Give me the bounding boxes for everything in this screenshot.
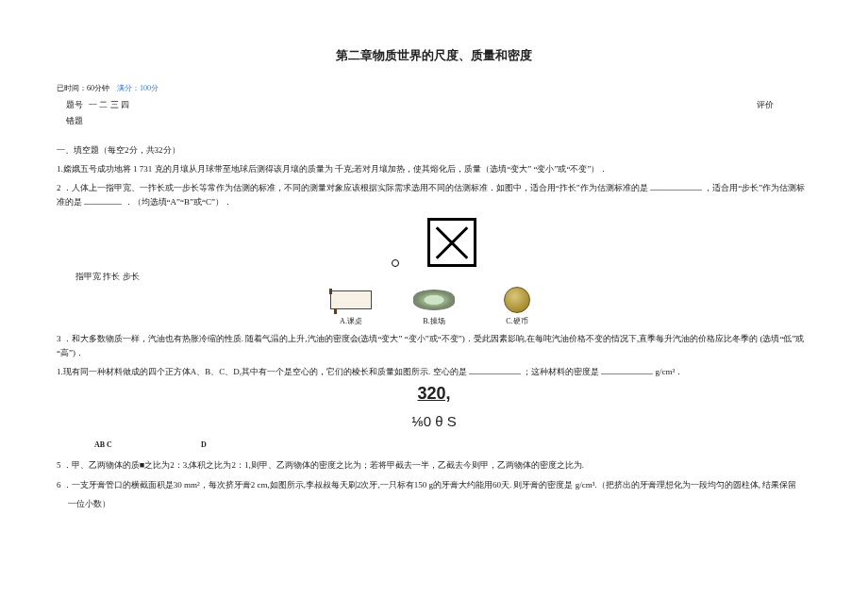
figure-row-1 xyxy=(57,218,811,267)
image-captions: A.课桌 B.操场 C.硬币 xyxy=(57,316,811,326)
score-value: 100分 xyxy=(140,84,159,92)
q4-part-a: 1.现有同一种材料做成的四个正方体A、B、C、D,其中有一个是空心的，它们的棱长… xyxy=(57,367,467,376)
tihao-items: 一 二 三 四 xyxy=(89,99,129,111)
meta-line: 已时间：60分钟 满分：100分 xyxy=(57,83,811,93)
circle-icon xyxy=(392,259,399,267)
caption-b: B.操场 xyxy=(411,316,457,326)
blank xyxy=(84,195,122,205)
abcd-left: AB C xyxy=(94,440,112,449)
question-2: 2 ．人体上一指甲宽、一拃长或一步长等常作为估测的标准，不同的测量对象应该根据实… xyxy=(57,181,811,208)
q2-measure-labels: 指甲宽 拃长 步长 xyxy=(75,271,811,283)
pingjia-label: 评价 xyxy=(757,99,774,111)
q4-part-c: g/cm³． xyxy=(656,367,684,376)
blank xyxy=(601,365,653,374)
time-label: 已时间： xyxy=(57,84,87,92)
tihao-label: 题号 xyxy=(66,99,83,111)
crossed-box-icon xyxy=(427,218,476,267)
stadium-image xyxy=(411,287,457,313)
question-4: 1.现有同一种材料做成的四个正方体A、B、C、D,其中有一个是空心的，它们的棱长… xyxy=(57,365,811,378)
center-number: 320, xyxy=(57,384,811,404)
blank xyxy=(650,181,702,191)
q2-part-a: 2 ．人体上一指甲宽、一拃长或一步长等常作为估测的标准，不同的测量对象应该根据实… xyxy=(57,183,648,192)
caption-a: A.课桌 xyxy=(328,316,374,326)
score-label: 满分： xyxy=(117,84,140,92)
q4-part-b: ；这种材料的密度是 xyxy=(523,367,599,376)
image-triple xyxy=(57,287,811,313)
q2-part-c: ．（均选填“A”“B”或“C”）． xyxy=(125,197,232,207)
question-6-cont: 一位小数） xyxy=(68,497,811,510)
abcd-right: D xyxy=(201,440,207,449)
time-value: 60分钟 xyxy=(87,84,109,92)
center-symbols: ⅛0 θ S xyxy=(57,413,811,429)
question-5: 5 ．甲、乙两物体的质■之比为2：3,体积之比为2：1,则甲、乙两物体的密度之比… xyxy=(57,458,811,472)
desk-image xyxy=(328,287,374,313)
question-3: 3 ．和大多数物质一样，汽油也有热胀冷缩的性质. 随着气温的上升,汽油的密度会(… xyxy=(57,332,811,359)
caption-c: C.硬币 xyxy=(494,316,540,326)
tihao-row: 题号 一 二 三 四 评价 xyxy=(57,99,811,111)
question-1: 1.嫦娥五号成功地将 1 731 克的月壤从月球带至地球后测得该月壤的质量为 千… xyxy=(57,162,811,175)
blank xyxy=(469,365,521,374)
coin-image xyxy=(494,287,540,313)
cuoti-label: 错题 xyxy=(66,115,811,127)
question-6: 6 ．一支牙膏管口的横截面积是30 mm²，每次挤牙膏2 cm,如图所示,李叔叔… xyxy=(57,478,811,491)
page-title: 第二章物质世界的尺度、质量和密度 xyxy=(57,47,811,64)
abcd-labels: AB C D xyxy=(94,440,811,449)
section-1-heading: 一、填空题（每空2分，共32分） xyxy=(57,144,811,157)
